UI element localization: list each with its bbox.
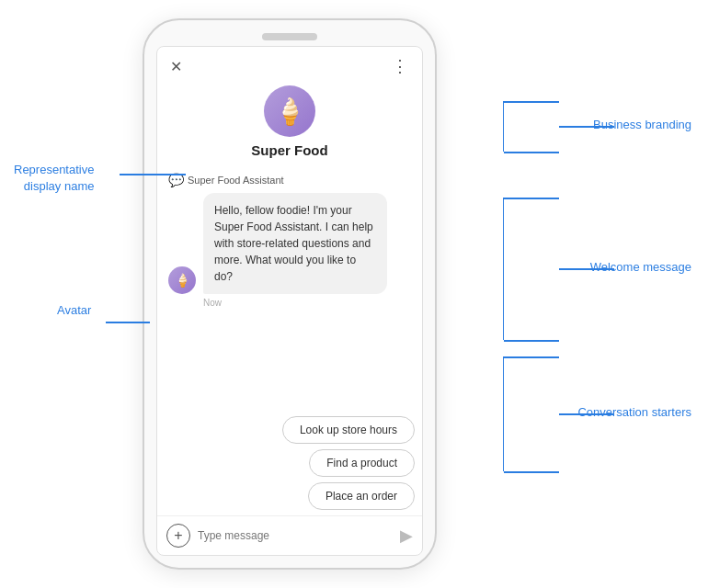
message-input[interactable] — [198, 529, 393, 542]
rep-row: 💬 Super Food Assistant — [168, 173, 411, 187]
annotation-avatar: Avatar — [57, 303, 91, 317]
avatar: 🍦 — [168, 266, 196, 294]
brand-emoji: 🍦 — [274, 96, 306, 127]
send-button[interactable]: ▶ — [400, 526, 413, 546]
line-welcome-top — [504, 198, 559, 199]
brand-avatar: 🍦 — [264, 85, 315, 137]
line-rep-display — [120, 174, 186, 175]
close-icon[interactable]: ✕ — [170, 58, 182, 75]
annotation-rep-display: Representative display name — [14, 162, 94, 195]
phone-speaker — [262, 33, 317, 40]
chip-store-hours[interactable]: Look up store hours — [282, 416, 415, 444]
page-root: ✕ ⋮ 🍦 Super Food 💬 Super Food Assistant — [0, 0, 708, 588]
line-branding-bot — [504, 152, 559, 153]
phone-mockup: ✕ ⋮ 🍦 Super Food 💬 Super Food Assistant — [143, 18, 437, 570]
avatar-emoji: 🍦 — [175, 273, 190, 288]
chat-area: 💬 Super Food Assistant 🍦 Hello, fellow f… — [157, 165, 422, 413]
rep-display-name: Super Food Assistant — [188, 175, 284, 186]
top-bar: ✕ ⋮ — [157, 47, 422, 82]
line-welcome-vert — [503, 198, 505, 340]
annotation-welcome: Welcome message — [590, 260, 691, 274]
line-branding-vert — [503, 101, 505, 152]
line-conv-top — [504, 356, 559, 358]
line-conv-bot — [504, 471, 559, 473]
menu-icon[interactable]: ⋮ — [392, 56, 409, 76]
annotation-conv-starters: Conversation starters — [577, 405, 691, 419]
brand-name: Super Food — [251, 142, 327, 158]
message-row: 🍦 Hello, fellow foodie! I'm your Super F… — [168, 193, 411, 294]
message-timestamp: Now — [203, 298, 411, 308]
line-branding-top — [504, 101, 559, 103]
line-welcome-bot — [504, 340, 559, 342]
input-bar: + ▶ — [157, 515, 422, 555]
line-conv-vert — [503, 356, 505, 471]
brand-section: 🍦 Super Food — [157, 82, 422, 165]
add-button[interactable]: + — [166, 524, 190, 548]
chips-area: Look up store hours Find a product Place… — [157, 413, 422, 515]
welcome-bubble: Hello, fellow foodie! I'm your Super Foo… — [203, 193, 387, 294]
chip-find-product[interactable]: Find a product — [309, 449, 415, 477]
chip-place-order[interactable]: Place an order — [308, 482, 415, 510]
line-avatar — [106, 322, 150, 323]
annotation-branding: Business branding — [593, 118, 691, 131]
phone-screen: ✕ ⋮ 🍦 Super Food 💬 Super Food Assistant — [156, 46, 423, 556]
